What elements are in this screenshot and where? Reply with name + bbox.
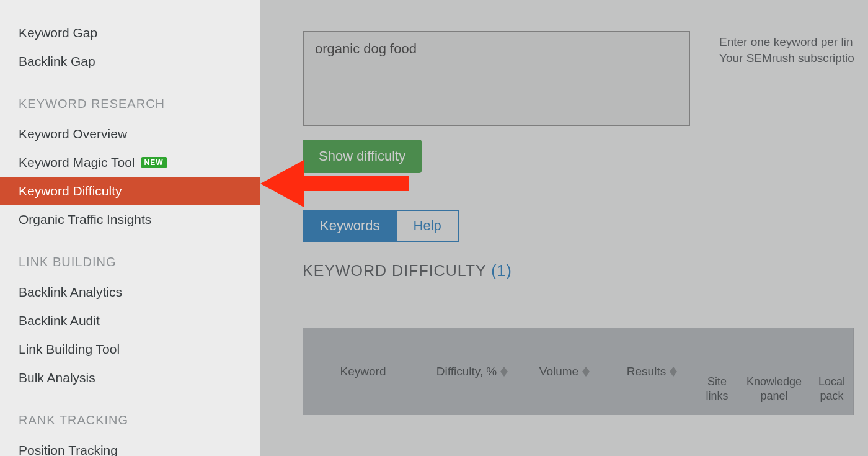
sidebar-item-label: Backlink Analytics [19,285,122,300]
sidebar-item-link-building-tool[interactable]: Link Building Tool [0,335,260,364]
tab-keywords[interactable]: Keywords [303,210,397,242]
sidebar-item-keyword-overview[interactable]: Keyword Overview [0,120,260,148]
sidebar-item-label: Bulk Analysis [19,370,95,385]
sidebar-item-keyword-gap[interactable]: Keyword Gap [0,19,260,47]
sidebar: Keyword Gap Backlink Gap KEYWORD RESEARC… [0,0,260,456]
sidebar-item-backlink-audit[interactable]: Backlink Audit [0,306,260,335]
helper-line-1: Enter one keyword per lin [719,34,854,50]
th-label: Keyword [340,365,386,378]
sidebar-item-label: Organic Traffic Insights [19,212,151,227]
table-header: Keyword Difficulty, % Volume Results [303,328,868,415]
new-badge: NEW [141,157,167,168]
sidebar-item-label: Keyword Magic Tool [19,155,135,170]
svg-marker-3 [582,372,590,377]
sidebar-section-rank-tracking: RANK TRACKING [0,409,260,431]
helper-line-2: Your SEMrush subscriptio [719,50,854,66]
th-knowledge-panel[interactable]: Knowledge panel [738,362,810,415]
main-panel: Enter one keyword per lin Your SEMrush s… [260,0,868,456]
helper-text: Enter one keyword per lin Your SEMrush s… [719,34,854,66]
sidebar-section-link-building: LINK BUILDING [0,251,260,273]
sidebar-item-backlink-analytics[interactable]: Backlink Analytics [0,278,260,306]
sort-icon [500,367,508,377]
tabbar: Keywords Help [303,210,868,242]
th-label: Results [627,365,666,378]
th-label: Volume [539,365,578,378]
th-volume[interactable]: Volume [521,328,608,415]
tab-help[interactable]: Help [397,210,459,242]
section-heading-text: KEYWORD DIFFICULTY [303,262,491,279]
sidebar-item-label: Keyword Overview [19,127,127,141]
th-keyword[interactable]: Keyword [303,328,423,415]
sidebar-item-label: Keyword Difficulty [19,184,122,199]
keyword-textarea[interactable] [303,31,690,126]
th-label: Difficulty, % [436,365,497,378]
svg-marker-4 [670,367,677,372]
svg-marker-1 [500,372,508,377]
sidebar-item-label: Backlink Gap [19,54,95,69]
th-site-links[interactable]: Site links [696,362,738,415]
svg-marker-2 [582,367,590,372]
th-group-spacer [696,328,854,362]
sidebar-item-backlink-gap[interactable]: Backlink Gap [0,47,260,76]
sort-icon [670,367,677,377]
sidebar-item-label: Keyword Gap [19,25,97,40]
th-difficulty[interactable]: Difficulty, % [423,328,521,415]
sidebar-item-label: Link Building Tool [19,342,120,357]
svg-marker-0 [500,367,508,372]
sidebar-item-keyword-difficulty[interactable]: Keyword Difficulty [0,177,260,205]
section-heading-count: (1) [491,262,512,279]
sidebar-item-bulk-analysis[interactable]: Bulk Analysis [0,364,260,392]
sidebar-section-keyword-research: KEYWORD RESEARCH [0,93,260,115]
th-group-serp: Site links Knowledge panel Local pack [696,328,854,415]
section-heading: KEYWORD DIFFICULTY (1) [303,262,868,280]
divider [303,192,868,192]
sidebar-item-label: Position Tracking [19,443,118,456]
sidebar-item-label: Backlink Audit [19,313,100,328]
th-local-pack[interactable]: Local pack [810,362,854,415]
sort-icon [582,367,590,377]
svg-marker-5 [670,372,677,377]
sidebar-item-organic-traffic-insights[interactable]: Organic Traffic Insights [0,205,260,234]
show-difficulty-button[interactable]: Show difficulty [303,140,422,173]
th-results[interactable]: Results [608,328,696,415]
sidebar-item-position-tracking[interactable]: Position Tracking [0,436,260,456]
sidebar-item-keyword-magic-tool[interactable]: Keyword Magic Tool NEW [0,148,260,177]
